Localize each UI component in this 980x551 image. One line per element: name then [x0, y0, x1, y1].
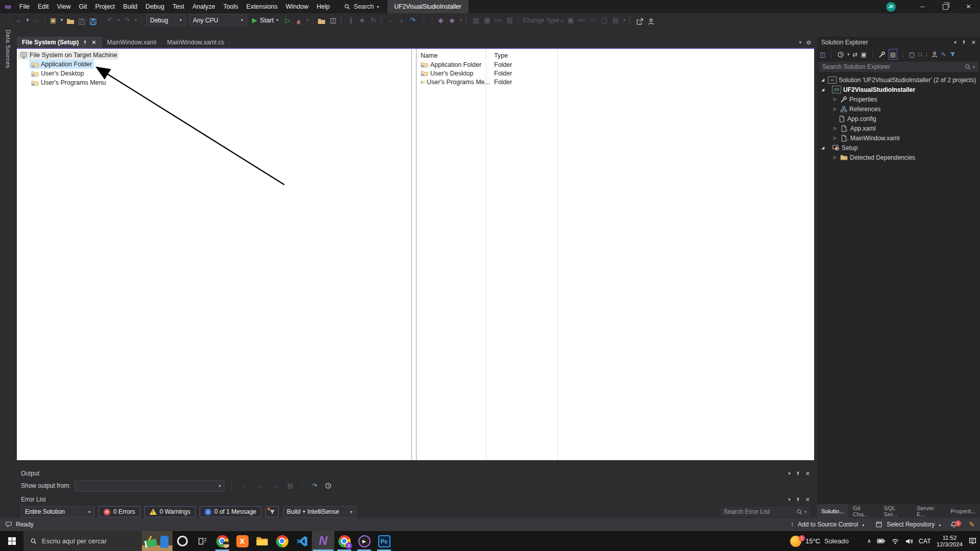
diagnostics-button[interactable]: ◆: [446, 13, 457, 27]
table-view-button[interactable]: ▤: [504, 13, 515, 27]
error-source-dropdown[interactable]: Build + IntelliSense ▾: [283, 506, 356, 518]
error-list-header[interactable]: Error List ▾ ✕: [17, 494, 814, 505]
menu-project[interactable]: Project: [91, 0, 119, 13]
tab-mainwindow-xaml-cs[interactable]: MainWindow.xaml.cs: [162, 37, 230, 48]
notifications-button[interactable]: 1: [950, 521, 958, 529]
taskbar-search[interactable]: Escriu aquí per cercar: [23, 531, 173, 551]
word-wrap-button[interactable]: ↷: [309, 479, 321, 493]
solution-platform-dropdown[interactable]: Any CPU ▾: [189, 14, 247, 26]
tree-root-file-system-on-target-machine[interactable]: File System on Target Machine: [18, 51, 119, 60]
taskbar-app-chrome-profile[interactable]: [212, 531, 232, 551]
timestamp-toggle-button[interactable]: [325, 482, 332, 489]
close-icon[interactable]: ✕: [805, 496, 810, 503]
key-button[interactable]: ▢: [599, 13, 610, 27]
messages-filter-button[interactable]: i 0 of 1 Message: [200, 506, 261, 517]
menu-edit[interactable]: Edit: [34, 0, 53, 13]
switch-views-button[interactable]: ◫: [820, 51, 825, 58]
column-divider[interactable]: [486, 49, 486, 460]
menu-debug[interactable]: Debug: [141, 0, 168, 13]
error-scope-dropdown[interactable]: Entire Solution ▾: [21, 506, 94, 518]
tab-solution-explorer[interactable]: Solutio...: [817, 504, 848, 518]
tree-row-mainwindow-xaml[interactable]: ▷ ‹› MainWindow.xaml: [817, 133, 980, 143]
user-avatar[interactable]: JF: [886, 2, 896, 12]
taskbar-app-chrome-j-profile[interactable]: J: [334, 531, 354, 551]
expanded-arrow-icon[interactable]: ◢: [820, 145, 826, 150]
tree-row-project-uf2visualstudioinstaller[interactable]: ◢ C# UF2VisualStudioInstaller: [817, 85, 980, 94]
collapse-all-button[interactable]: ▣: [861, 51, 866, 58]
step-out-button[interactable]: ↑: [418, 13, 429, 27]
taskbar-app-visual-studio[interactable]: N: [312, 531, 334, 551]
search-highlight-image[interactable]: [142, 531, 173, 551]
show-all-files-button[interactable]: ↓: [925, 51, 928, 58]
battery-icon[interactable]: [877, 537, 886, 545]
column-header-name[interactable]: Name: [416, 52, 490, 59]
send-feedback-icon[interactable]: ✎: [969, 520, 975, 529]
tab-properties[interactable]: Properti...: [946, 504, 980, 518]
errors-filter-button[interactable]: ✕ 0 Errors: [99, 506, 140, 517]
collapsed-arrow-icon[interactable]: ▷: [832, 126, 838, 131]
tray-overflow-chevron[interactable]: ∧: [867, 538, 871, 544]
schema-orgchart-button[interactable]: ▧: [470, 13, 481, 27]
menu-git[interactable]: Git: [75, 0, 91, 13]
export-window-button[interactable]: ▣: [565, 13, 576, 27]
taskbar-app-file-explorer[interactable]: [252, 531, 272, 551]
notification-center-icon[interactable]: [968, 537, 977, 545]
tree-item-users-desktop[interactable]: User's Desktop: [29, 69, 86, 78]
live-share-button[interactable]: [645, 15, 656, 26]
properties-pages-button[interactable]: [931, 51, 938, 58]
hot-reload-button[interactable]: [293, 15, 304, 26]
taskbar-app-chrome[interactable]: [272, 531, 292, 551]
hot-reload-caret[interactable]: ▾: [304, 13, 310, 27]
expanded-arrow-icon[interactable]: ◢: [820, 87, 826, 92]
restore-button[interactable]: [934, 0, 957, 13]
show-next-statement-button[interactable]: →: [384, 13, 396, 27]
menu-extensions[interactable]: Extensions: [242, 0, 282, 13]
tree-row-detected-dependencies[interactable]: ▷ Detected Dependencies: [817, 153, 980, 162]
close-icon[interactable]: ✕: [971, 39, 976, 46]
column-divider[interactable]: [557, 49, 558, 460]
tab-sql-server[interactable]: SQL Ser...: [880, 504, 913, 518]
layout-caret[interactable]: ▾: [621, 13, 627, 27]
taskbar-app-media-player[interactable]: ▶: [354, 531, 374, 551]
error-list-filter-button[interactable]: [265, 506, 279, 517]
edit-button[interactable]: ✎: [941, 51, 946, 58]
column-header-type[interactable]: Type: [490, 52, 566, 59]
new-window-button[interactable]: ▢: [909, 51, 915, 58]
refresh-button[interactable]: ⇄: [852, 51, 857, 58]
step-over-button[interactable]: ↷: [407, 13, 418, 27]
taskbar-app-photoshop[interactable]: Ps: [374, 531, 394, 551]
solution-explorer-search[interactable]: Search Solution Explorer ▾: [819, 62, 978, 72]
close-tab-icon[interactable]: ✕: [91, 39, 96, 46]
menu-window[interactable]: Window: [282, 0, 312, 13]
undo-button[interactable]: ↶: [104, 13, 115, 27]
previous-message-button[interactable]: ←: [254, 479, 265, 493]
save-button[interactable]: [76, 15, 87, 26]
tab-git-changes[interactable]: Git Cha...: [849, 504, 879, 518]
close-button[interactable]: ✕: [957, 0, 980, 13]
navigate-back-caret[interactable]: ▾: [24, 13, 31, 27]
tree-item-users-programs-menu[interactable]: User's Programs Menu: [29, 78, 108, 87]
menu-help[interactable]: Help: [312, 0, 334, 13]
list-row-application-folder[interactable]: Application Folder Folder: [416, 60, 814, 69]
sql-label-button[interactable]: SQL: [493, 13, 504, 27]
open-folder-button[interactable]: [65, 15, 76, 26]
next-message-button[interactable]: →: [269, 479, 280, 493]
volume-icon[interactable]: [905, 537, 913, 545]
step-into-button[interactable]: ↓: [396, 13, 407, 27]
pin-icon[interactable]: [961, 40, 967, 45]
preview-dots-button[interactable]: ∷: [587, 13, 599, 27]
goto-message-button[interactable]: ↓: [238, 479, 250, 493]
save-all-button[interactable]: [87, 15, 99, 26]
add-to-source-control-button[interactable]: Add to Source Control: [798, 521, 858, 528]
taskbar-app-opera[interactable]: [173, 531, 192, 551]
tab-server-explorer[interactable]: Server E...: [913, 504, 946, 518]
output-source-dropdown[interactable]: ▾: [75, 480, 225, 492]
start-without-debugging-button[interactable]: ▷: [282, 13, 293, 27]
menu-build[interactable]: Build: [119, 0, 141, 13]
tree-row-app-config[interactable]: App.config: [817, 114, 980, 123]
tab-mainwindow-xaml[interactable]: MainWindow.xaml: [102, 37, 162, 48]
share-button[interactable]: [634, 15, 645, 26]
redo-button[interactable]: ↷: [121, 13, 133, 27]
layout-button[interactable]: ▤: [610, 13, 621, 27]
panel-menu-chevron-icon[interactable]: ▾: [954, 40, 957, 45]
